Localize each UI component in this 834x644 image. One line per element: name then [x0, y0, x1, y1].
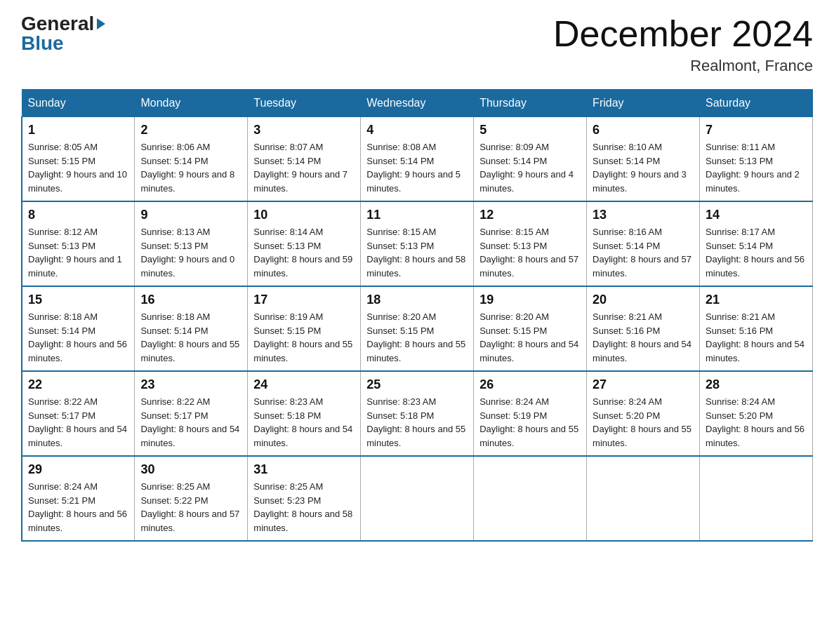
day-info: Sunrise: 8:12 AMSunset: 5:13 PMDaylight:…: [28, 225, 128, 280]
logo-general-text: General: [21, 14, 94, 34]
day-number: 18: [366, 293, 468, 307]
day-number: 6: [593, 123, 694, 137]
day-number: 25: [366, 377, 468, 392]
calendar-cell: 18 Sunrise: 8:20 AMSunset: 5:15 PMDaylig…: [361, 286, 474, 371]
day-number: 16: [140, 293, 241, 307]
calendar-cell: 15 Sunrise: 8:18 AMSunset: 5:14 PMDaylig…: [22, 286, 135, 371]
day-info: Sunrise: 8:22 AMSunset: 5:17 PMDaylight:…: [28, 395, 128, 450]
day-number: 30: [140, 462, 241, 477]
day-info: Sunrise: 8:10 AMSunset: 5:14 PMDaylight:…: [593, 140, 694, 195]
calendar-cell: 22 Sunrise: 8:22 AMSunset: 5:17 PMDaylig…: [22, 371, 135, 456]
calendar-cell: 21 Sunrise: 8:21 AMSunset: 5:16 PMDaylig…: [700, 286, 813, 371]
day-info: Sunrise: 8:07 AMSunset: 5:14 PMDaylight:…: [253, 140, 355, 195]
calendar-week-row: 15 Sunrise: 8:18 AMSunset: 5:14 PMDaylig…: [22, 286, 813, 371]
calendar-cell: 31 Sunrise: 8:25 AMSunset: 5:23 PMDaylig…: [248, 456, 361, 541]
calendar-table: Sunday Monday Tuesday Wednesday Thursday…: [21, 89, 813, 542]
day-info: Sunrise: 8:20 AMSunset: 5:15 PMDaylight:…: [366, 310, 468, 365]
calendar-cell: 25 Sunrise: 8:23 AMSunset: 5:18 PMDaylig…: [361, 371, 474, 456]
logo-chevron-icon: [97, 18, 105, 29]
calendar-cell: [700, 456, 813, 541]
day-info: Sunrise: 8:08 AMSunset: 5:14 PMDaylight:…: [366, 140, 468, 195]
calendar-cell: 11 Sunrise: 8:15 AMSunset: 5:13 PMDaylig…: [361, 201, 474, 286]
day-number: 5: [479, 123, 581, 137]
logo-blue-text: Blue: [21, 34, 64, 53]
day-number: 19: [479, 293, 581, 307]
day-number: 27: [593, 377, 694, 392]
day-number: 4: [366, 123, 468, 137]
col-wednesday: Wednesday: [361, 90, 474, 117]
day-info: Sunrise: 8:25 AMSunset: 5:22 PMDaylight:…: [140, 480, 241, 535]
day-number: 13: [593, 208, 694, 222]
day-info: Sunrise: 8:24 AMSunset: 5:19 PMDaylight:…: [479, 395, 581, 450]
day-number: 10: [253, 208, 355, 222]
day-number: 23: [140, 377, 241, 392]
calendar-cell: [587, 456, 700, 541]
day-number: 12: [479, 208, 581, 222]
day-number: 21: [706, 293, 807, 307]
day-info: Sunrise: 8:18 AMSunset: 5:14 PMDaylight:…: [140, 310, 241, 365]
day-info: Sunrise: 8:05 AMSunset: 5:15 PMDaylight:…: [28, 140, 128, 195]
calendar-body: 1 Sunrise: 8:05 AMSunset: 5:15 PMDayligh…: [22, 117, 813, 542]
calendar-cell: 27 Sunrise: 8:24 AMSunset: 5:20 PMDaylig…: [587, 371, 700, 456]
day-info: Sunrise: 8:14 AMSunset: 5:13 PMDaylight:…: [253, 225, 355, 280]
col-friday: Friday: [587, 90, 700, 117]
calendar-cell: 12 Sunrise: 8:15 AMSunset: 5:13 PMDaylig…: [474, 201, 587, 286]
calendar-cell: 9 Sunrise: 8:13 AMSunset: 5:13 PMDayligh…: [135, 201, 248, 286]
calendar-cell: 4 Sunrise: 8:08 AMSunset: 5:14 PMDayligh…: [361, 117, 474, 202]
day-number: 29: [28, 462, 128, 477]
day-info: Sunrise: 8:15 AMSunset: 5:13 PMDaylight:…: [479, 225, 581, 280]
day-number: 17: [253, 293, 355, 307]
day-number: 2: [140, 123, 241, 137]
day-info: Sunrise: 8:24 AMSunset: 5:20 PMDaylight:…: [593, 395, 694, 450]
calendar-cell: [361, 456, 474, 541]
day-info: Sunrise: 8:23 AMSunset: 5:18 PMDaylight:…: [366, 395, 468, 450]
day-number: 24: [253, 377, 355, 392]
day-number: 20: [593, 293, 694, 307]
day-info: Sunrise: 8:20 AMSunset: 5:15 PMDaylight:…: [479, 310, 581, 365]
day-info: Sunrise: 8:06 AMSunset: 5:14 PMDaylight:…: [140, 140, 241, 195]
calendar-cell: 17 Sunrise: 8:19 AMSunset: 5:15 PMDaylig…: [248, 286, 361, 371]
page-header: General Blue December 2024 Realmont, Fra…: [21, 14, 813, 75]
day-number: 8: [28, 208, 128, 222]
calendar-week-row: 22 Sunrise: 8:22 AMSunset: 5:17 PMDaylig…: [22, 371, 813, 456]
calendar-cell: 20 Sunrise: 8:21 AMSunset: 5:16 PMDaylig…: [587, 286, 700, 371]
day-info: Sunrise: 8:13 AMSunset: 5:13 PMDaylight:…: [140, 225, 241, 280]
day-info: Sunrise: 8:09 AMSunset: 5:14 PMDaylight:…: [479, 140, 581, 195]
calendar-cell: 3 Sunrise: 8:07 AMSunset: 5:14 PMDayligh…: [248, 117, 361, 202]
col-sunday: Sunday: [22, 90, 135, 117]
col-monday: Monday: [135, 90, 248, 117]
month-title: December 2024: [553, 14, 813, 54]
calendar-cell: 1 Sunrise: 8:05 AMSunset: 5:15 PMDayligh…: [22, 117, 135, 202]
calendar-cell: 8 Sunrise: 8:12 AMSunset: 5:13 PMDayligh…: [22, 201, 135, 286]
calendar-cell: 13 Sunrise: 8:16 AMSunset: 5:14 PMDaylig…: [587, 201, 700, 286]
day-number: 22: [28, 377, 128, 392]
day-info: Sunrise: 8:24 AMSunset: 5:20 PMDaylight:…: [706, 395, 807, 450]
location-subtitle: Realmont, France: [553, 57, 813, 75]
day-info: Sunrise: 8:15 AMSunset: 5:13 PMDaylight:…: [366, 225, 468, 280]
day-info: Sunrise: 8:23 AMSunset: 5:18 PMDaylight:…: [253, 395, 355, 450]
day-number: 28: [706, 377, 807, 392]
day-info: Sunrise: 8:19 AMSunset: 5:15 PMDaylight:…: [253, 310, 355, 365]
header-row: Sunday Monday Tuesday Wednesday Thursday…: [22, 90, 813, 117]
day-info: Sunrise: 8:25 AMSunset: 5:23 PMDaylight:…: [253, 480, 355, 535]
calendar-cell: 6 Sunrise: 8:10 AMSunset: 5:14 PMDayligh…: [587, 117, 700, 202]
day-number: 14: [706, 208, 807, 222]
day-info: Sunrise: 8:21 AMSunset: 5:16 PMDaylight:…: [706, 310, 807, 365]
day-info: Sunrise: 8:21 AMSunset: 5:16 PMDaylight:…: [593, 310, 694, 365]
calendar-cell: 24 Sunrise: 8:23 AMSunset: 5:18 PMDaylig…: [248, 371, 361, 456]
col-thursday: Thursday: [474, 90, 587, 117]
calendar-cell: 29 Sunrise: 8:24 AMSunset: 5:21 PMDaylig…: [22, 456, 135, 541]
day-number: 15: [28, 293, 128, 307]
day-number: 26: [479, 377, 581, 392]
day-info: Sunrise: 8:24 AMSunset: 5:21 PMDaylight:…: [28, 480, 128, 535]
calendar-cell: 14 Sunrise: 8:17 AMSunset: 5:14 PMDaylig…: [700, 201, 813, 286]
calendar-week-row: 1 Sunrise: 8:05 AMSunset: 5:15 PMDayligh…: [22, 117, 813, 202]
day-number: 7: [706, 123, 807, 137]
calendar-cell: 10 Sunrise: 8:14 AMSunset: 5:13 PMDaylig…: [248, 201, 361, 286]
calendar-cell: 26 Sunrise: 8:24 AMSunset: 5:19 PMDaylig…: [474, 371, 587, 456]
day-info: Sunrise: 8:22 AMSunset: 5:17 PMDaylight:…: [140, 395, 241, 450]
day-number: 11: [366, 208, 468, 222]
calendar-cell: [474, 456, 587, 541]
col-saturday: Saturday: [700, 90, 813, 117]
day-number: 9: [140, 208, 241, 222]
